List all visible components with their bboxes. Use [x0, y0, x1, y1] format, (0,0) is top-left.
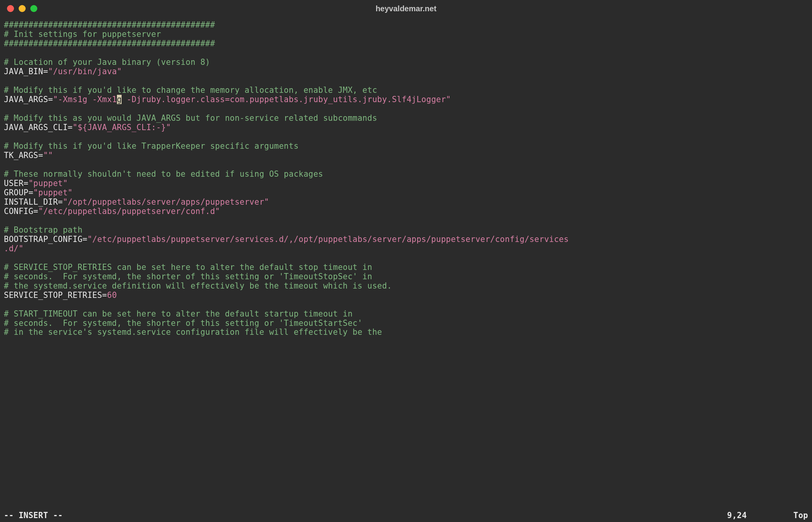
comment-line: ########################################…	[4, 20, 215, 30]
comment-line: # in the service's systemd.service confi…	[4, 327, 382, 337]
vim-mode: -- INSERT --	[4, 511, 63, 520]
text-cursor: g	[117, 95, 122, 104]
assign-value: "/usr/bin/java"	[48, 67, 122, 76]
close-icon[interactable]	[7, 5, 14, 12]
assign-value: "/etc/puppetlabs/puppetserver/services.d…	[87, 235, 569, 244]
comment-line: # seconds. For systemd, the shorter of t…	[4, 272, 372, 281]
cursor-position: 9,24	[727, 511, 747, 520]
comment-line: # Modify this if you'd like to change th…	[4, 85, 377, 95]
titlebar: heyvaldemar.net	[0, 0, 812, 17]
assign-value: 60	[107, 291, 117, 300]
comment-line: # START_TIMEOUT can be set here to alter…	[4, 309, 353, 318]
comment-line: # SERVICE_STOP_RETRIES can be set here t…	[4, 263, 372, 272]
assign-value: "/etc/puppetlabs/puppetserver/conf.d"	[38, 207, 220, 216]
assign-value: "puppet"	[28, 179, 68, 188]
maximize-icon[interactable]	[30, 5, 37, 12]
window-controls	[7, 5, 37, 12]
assign-value: ""	[43, 151, 53, 160]
comment-line: # Modify this as you would JAVA_ARGS but…	[4, 113, 377, 123]
comment-line: # Modify this if you'd like TrapperKeepe…	[4, 141, 299, 151]
comment-line: # Location of your Java binary (version …	[4, 57, 210, 67]
comment-line: # These normally shouldn't need to be ed…	[4, 169, 323, 179]
assign-key: INSTALL_DIR=	[4, 197, 63, 207]
assign-key: SERVICE_STOP_RETRIES=	[4, 291, 107, 300]
assign-key: JAVA_ARGS=	[4, 95, 53, 104]
assign-key: JAVA_BIN=	[4, 67, 48, 76]
assign-key: CONFIG=	[4, 207, 38, 216]
assign-key: BOOTSTRAP_CONFIG=	[4, 235, 87, 244]
assign-value: "puppet"	[33, 188, 73, 197]
assign-key: JAVA_ARGS_CLI=	[4, 123, 73, 132]
assign-key: TK_ARGS=	[4, 151, 43, 160]
assign-key: USER=	[4, 179, 28, 188]
editor-viewport[interactable]: ########################################…	[0, 17, 812, 510]
comment-line: ########################################…	[4, 39, 215, 48]
comment-line: # Bootstrap path	[4, 225, 82, 235]
terminal-window: heyvaldemar.net ########################…	[0, 0, 812, 522]
comment-line: # Init settings for puppetserver	[4, 30, 161, 39]
comment-line: # seconds. For systemd, the shorter of t…	[4, 318, 362, 328]
assign-value: "/opt/puppetlabs/server/apps/puppetserve…	[63, 197, 269, 207]
scroll-indicator: Top	[793, 511, 808, 520]
minimize-icon[interactable]	[19, 5, 26, 12]
vim-statusbar: -- INSERT -- 9,24 Top	[0, 510, 812, 522]
comment-line: # the systemd.service definition will ef…	[4, 281, 392, 291]
assign-value: -Djruby.logger.class=com.puppetlabs.jrub…	[122, 95, 451, 104]
assign-value: "${JAVA_ARGS_CLI:-}"	[73, 123, 171, 132]
assign-value-wrap: .d/"	[4, 244, 24, 253]
window-title: heyvaldemar.net	[376, 4, 437, 13]
assign-key: GROUP=	[4, 188, 33, 197]
assign-value: "-Xms1g -Xmx1	[53, 95, 117, 104]
